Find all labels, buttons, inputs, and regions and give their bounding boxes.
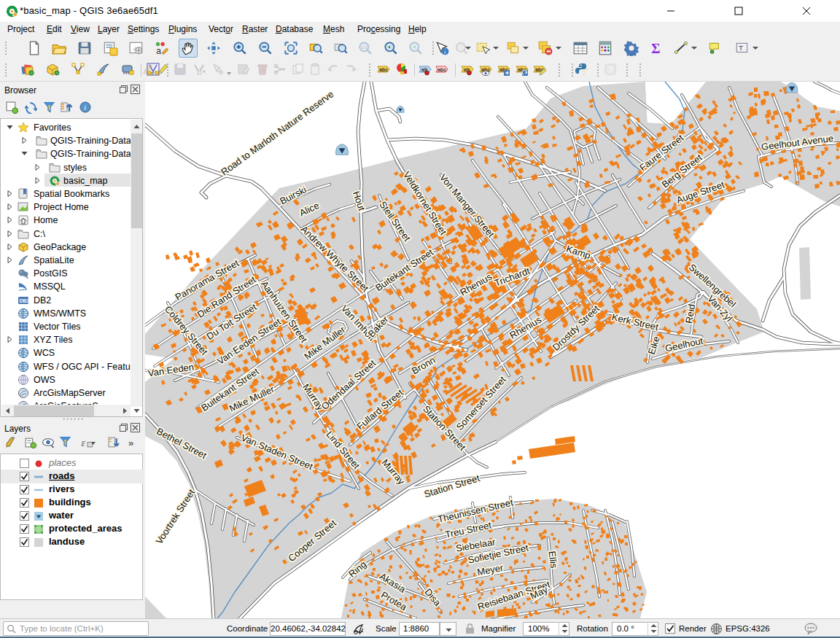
svg-text:ε: ε <box>82 437 86 448</box>
svg-text:T: T <box>739 44 743 52</box>
svg-text:abc: abc <box>438 67 446 72</box>
svg-text:i: i <box>444 49 446 55</box>
svg-text:Ellis: Ellis <box>547 551 560 569</box>
svg-text:DB2: DB2 <box>20 298 29 303</box>
svg-text:abc: abc <box>379 67 388 72</box>
svg-text:i: i <box>84 104 86 112</box>
svg-text:1:1: 1:1 <box>362 45 368 50</box>
svg-text:a: a <box>156 46 161 56</box>
svg-text:Σ: Σ <box>651 41 660 56</box>
svg-text:?: ? <box>608 65 613 74</box>
